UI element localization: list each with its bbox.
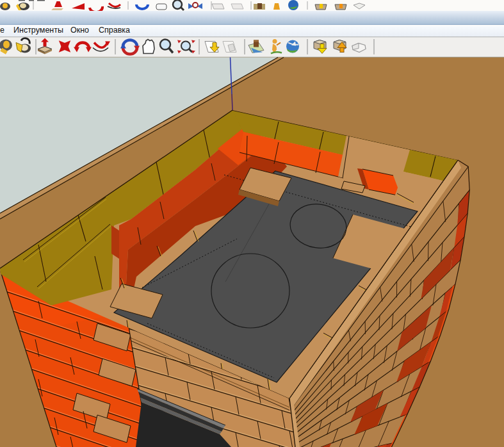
svg-text:Окно: Окно (70, 26, 89, 35)
svg-text:Инструменты: Инструменты (13, 26, 63, 35)
svg-text:Справка: Справка (99, 26, 130, 35)
svg-text:е: е (0, 26, 4, 35)
